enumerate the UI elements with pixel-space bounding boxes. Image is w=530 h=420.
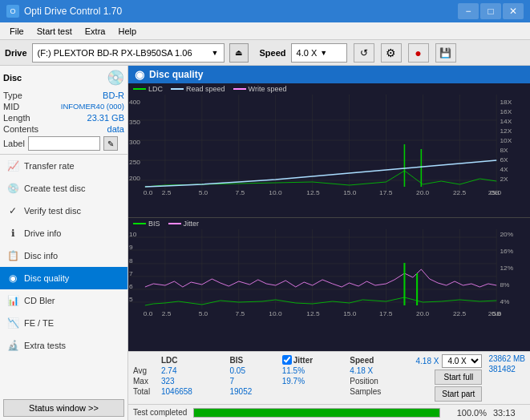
ldc-chart-block: LDC Read speed Write speed xyxy=(128,83,530,218)
sidebar-item-verify-test-disc[interactable]: ✓ Verify test disc xyxy=(0,200,127,222)
speed-label: Speed xyxy=(260,48,286,58)
avg-speed: 4.18 X xyxy=(350,365,412,376)
create-disc-icon: 💿 xyxy=(6,182,19,195)
dropdown-arrow-icon: ▼ xyxy=(212,49,219,57)
svg-text:0.0: 0.0 xyxy=(144,310,153,317)
minimize-button[interactable]: − xyxy=(458,3,479,19)
menu-start-test[interactable]: Start test xyxy=(30,25,79,38)
title-bar: O Opti Drive Control 1.70 − □ ✕ xyxy=(0,0,530,22)
content-area: ◉ Disc quality LDC Read speed xyxy=(128,66,530,420)
avg-bis: 0.05 xyxy=(229,365,281,376)
speed-display: 4.18 X xyxy=(415,357,439,365)
main-layout: Disc 💿 Type BD-R MID INFOMER40 (000) Len… xyxy=(0,66,530,420)
app-icon: O xyxy=(6,5,19,18)
menu-file[interactable]: File xyxy=(3,25,30,38)
svg-text:2X: 2X xyxy=(500,176,508,183)
progress-fill xyxy=(194,409,439,417)
cd-bler-label: CD Bler xyxy=(24,296,55,305)
type-value: BD-R xyxy=(103,91,124,100)
cd-bler-icon: 📊 xyxy=(6,294,19,307)
drive-selector[interactable]: (F:) PLEXTOR BD-R PX-LB950SA 1.06 ▼ xyxy=(32,43,225,63)
read-speed-legend-label: Read speed xyxy=(186,85,225,93)
svg-text:8: 8 xyxy=(129,257,133,265)
sidebar-item-drive-info[interactable]: ℹ Drive info xyxy=(0,222,127,244)
save-button[interactable]: 💾 xyxy=(435,43,456,63)
col-header-blank xyxy=(133,354,161,365)
svg-text:8X: 8X xyxy=(500,147,508,154)
speed-dropdown[interactable]: 4.0 X xyxy=(442,354,482,368)
write-speed-legend-item: Write speed xyxy=(233,85,287,93)
options-button[interactable]: ⚙ xyxy=(381,43,402,63)
sidebar-item-transfer-rate[interactable]: 📈 Transfer rate xyxy=(0,155,127,177)
start-full-button[interactable]: Start full xyxy=(435,370,482,385)
svg-text:2.5: 2.5 xyxy=(162,310,172,317)
bis-jitter-chart-svg: 10 9 8 7 6 5 20% 16% 12% 8% 4% xyxy=(128,229,530,321)
write-speed-legend-label: Write speed xyxy=(249,85,287,93)
svg-text:18X: 18X xyxy=(500,99,512,106)
nav-items: 📈 Transfer rate 💿 Create test disc ✓ Ver… xyxy=(0,155,127,396)
sidebar-item-create-test-disc[interactable]: 💿 Create test disc xyxy=(0,177,127,200)
stats-right: 4.18 X 4.0 X Start full Start part xyxy=(415,354,482,402)
start-buttons: Start full Start part xyxy=(435,370,482,402)
menu-extra[interactable]: Extra xyxy=(79,25,112,38)
sidebar-item-disc-quality[interactable]: ◉ Disc quality xyxy=(0,267,127,289)
read-speed-color xyxy=(171,88,184,90)
contents-label: Contents xyxy=(3,124,38,134)
svg-text:16X: 16X xyxy=(500,108,512,115)
record-button[interactable]: ● xyxy=(408,43,429,63)
svg-text:15.0: 15.0 xyxy=(343,189,357,196)
svg-text:250: 250 xyxy=(129,159,140,166)
max-ldc: 323 xyxy=(161,376,229,386)
disc-section-title: Disc xyxy=(3,73,22,83)
stats-table: LDC BIS Jitter Speed xyxy=(133,354,412,397)
svg-text:12.5: 12.5 xyxy=(306,310,320,317)
svg-text:10: 10 xyxy=(129,231,137,238)
fe-te-label: FE / TE xyxy=(24,318,54,328)
svg-text:17.5: 17.5 xyxy=(379,310,393,317)
refresh-button[interactable]: ↺ xyxy=(354,43,374,63)
col-header-jitter-check: Jitter xyxy=(282,354,350,365)
mid-label: MID xyxy=(3,102,19,111)
disc-header: Disc 💿 xyxy=(3,69,124,87)
speed-value: 4.0 X xyxy=(297,48,318,58)
svg-text:22.5: 22.5 xyxy=(453,189,467,196)
label-edit-button[interactable]: ✎ xyxy=(103,136,118,151)
label-input[interactable] xyxy=(28,136,100,151)
svg-text:300: 300 xyxy=(129,139,140,146)
samples-value: 381482 xyxy=(488,365,515,374)
sidebar: Disc 💿 Type BD-R MID INFOMER40 (000) Len… xyxy=(0,66,128,420)
close-button[interactable]: ✕ xyxy=(503,3,524,19)
eject-button[interactable]: ⏏ xyxy=(229,43,249,63)
max-jitter: 19.7% xyxy=(282,376,350,386)
drive-bar: Drive (F:) PLEXTOR BD-R PX-LB950SA 1.06 … xyxy=(0,40,530,66)
menu-help[interactable]: Help xyxy=(111,25,143,38)
status-window-button[interactable]: Status window >> xyxy=(3,399,124,417)
sidebar-item-disc-info[interactable]: 📋 Disc info xyxy=(0,244,127,267)
avg-label: Avg xyxy=(133,365,161,376)
sidebar-item-extra-tests[interactable]: 🔬 Extra tests xyxy=(0,334,127,357)
svg-text:GB: GB xyxy=(492,310,502,317)
start-part-button[interactable]: Start part xyxy=(435,386,482,402)
disc-quality-title: Disc quality xyxy=(149,69,203,80)
maximize-button[interactable]: □ xyxy=(480,3,501,19)
svg-text:15.0: 15.0 xyxy=(343,310,357,317)
speed-selector[interactable]: 4.0 X ▼ xyxy=(291,43,347,63)
label-label: Label xyxy=(3,139,25,148)
svg-text:6X: 6X xyxy=(500,156,508,164)
svg-text:4%: 4% xyxy=(500,298,509,305)
drive-label: Drive xyxy=(5,48,27,58)
status-text: Test completed xyxy=(133,408,187,417)
max-position-label: Position xyxy=(350,376,412,386)
ldc-color xyxy=(133,88,146,90)
bis-legend-label: BIS xyxy=(148,220,160,228)
jitter-legend-label: Jitter xyxy=(184,220,200,228)
svg-text:17.5: 17.5 xyxy=(379,189,393,196)
stats-max-row: Max 323 7 19.7% Position xyxy=(133,376,412,386)
max-label: Max xyxy=(133,376,161,386)
speed-arrow-icon: ▼ xyxy=(320,49,327,57)
sidebar-item-cd-bler[interactable]: 📊 CD Bler xyxy=(0,289,127,312)
verify-disc-icon: ✓ xyxy=(6,204,19,217)
transfer-rate-icon: 📈 xyxy=(6,160,19,172)
jitter-checkbox[interactable] xyxy=(282,355,292,365)
sidebar-item-fe-te[interactable]: 📉 FE / TE xyxy=(0,312,127,334)
